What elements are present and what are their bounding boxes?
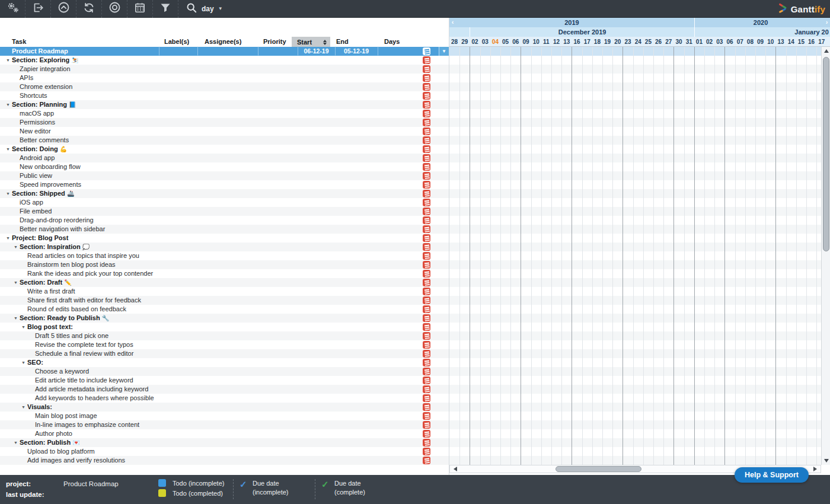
scroll-right-button[interactable]: [811, 465, 819, 473]
todoist-icon[interactable]: [423, 279, 430, 286]
task-row[interactable]: Write a first draft: [0, 287, 449, 296]
todoist-icon[interactable]: [423, 430, 430, 438]
todoist-icon[interactable]: [423, 190, 430, 197]
todoist-icon[interactable]: [423, 92, 430, 100]
todoist-icon[interactable]: [423, 288, 430, 295]
task-row[interactable]: ▼Section: Draft ✏️: [0, 278, 449, 287]
collapse-chevron-icon[interactable]: ▼: [6, 189, 10, 198]
row-dropdown[interactable]: ▼: [439, 47, 449, 56]
settings-gears-button[interactable]: [0, 0, 25, 18]
collapse-chevron-icon[interactable]: ▼: [14, 438, 18, 447]
task-row[interactable]: ▼Section: Doing 💪: [0, 145, 449, 154]
task-row[interactable]: ▼Section: Ready to Publish 🔧: [0, 314, 449, 323]
task-row[interactable]: Read articles on topics that inspire you: [0, 251, 449, 260]
todoist-icon[interactable]: [423, 341, 430, 349]
task-row[interactable]: File embed: [0, 207, 449, 216]
todoist-icon[interactable]: [423, 101, 430, 109]
collapse-chevron-icon[interactable]: ▼: [21, 323, 25, 331]
task-row[interactable]: New onboarding flow: [0, 162, 449, 171]
scroll-left-icon[interactable]: ‹: [449, 18, 456, 27]
help-support-button[interactable]: Help & Support: [735, 467, 809, 483]
task-row[interactable]: Draft 5 titles and pick one: [0, 331, 449, 340]
todoist-icon[interactable]: [423, 225, 430, 233]
sort-icon[interactable]: [323, 40, 327, 45]
todoist-icon[interactable]: [423, 412, 430, 420]
task-row[interactable]: ▼Section: Inspiration 💭: [0, 243, 449, 251]
task-row[interactable]: Product Roadmap06-12-1905-12-19▼: [0, 47, 449, 56]
collapse-chevron-icon[interactable]: ▼: [21, 403, 25, 412]
todoist-icon[interactable]: [423, 234, 430, 242]
task-row[interactable]: Main blog post image: [0, 412, 449, 420]
todoist-icon[interactable]: [423, 359, 430, 366]
scroll-left-button[interactable]: [451, 465, 459, 473]
todoist-icon[interactable]: [423, 208, 430, 215]
todoist-icon[interactable]: [423, 403, 430, 411]
task-row[interactable]: Better navigation with sidebar: [0, 225, 449, 234]
todoist-icon[interactable]: [423, 243, 430, 251]
vertical-scrollbar-thumb[interactable]: [823, 57, 829, 251]
todoist-icon[interactable]: [423, 270, 430, 277]
todoist-icon[interactable]: [423, 163, 430, 171]
todoist-icon[interactable]: [423, 127, 430, 135]
task-row[interactable]: Shortcuts: [0, 91, 449, 100]
todoist-icon[interactable]: [423, 65, 430, 73]
task-row[interactable]: Chrome extension: [0, 82, 449, 91]
task-row[interactable]: Author photo: [0, 429, 449, 438]
task-row[interactable]: Round of edits based on feedback: [0, 305, 449, 314]
refresh-button[interactable]: [76, 0, 102, 18]
task-row[interactable]: Edit article title to include keyword: [0, 376, 449, 385]
todoist-icon[interactable]: [423, 56, 430, 64]
scroll-down-button[interactable]: [822, 457, 830, 465]
todoist-icon[interactable]: [423, 136, 430, 144]
task-row[interactable]: Public view: [0, 171, 449, 180]
todoist-icon[interactable]: [423, 368, 430, 375]
task-row[interactable]: Drag-and-drop reordering: [0, 216, 449, 225]
task-row[interactable]: Schedule a final review with editor: [0, 349, 449, 358]
export-button[interactable]: [25, 0, 51, 18]
collapse-chevron-icon[interactable]: ▼: [14, 314, 18, 323]
task-row[interactable]: Upload to blog platform: [0, 447, 449, 456]
collapse-all-button[interactable]: [51, 0, 76, 18]
task-row[interactable]: Permissions: [0, 118, 449, 127]
task-row[interactable]: iOS app: [0, 198, 449, 207]
task-row[interactable]: APIs: [0, 74, 449, 82]
todoist-icon[interactable]: [423, 448, 430, 455]
task-row[interactable]: ▼Section: Planning 📘: [0, 100, 449, 109]
todoist-icon[interactable]: [423, 172, 430, 180]
todoist-icon[interactable]: [423, 439, 430, 446]
todoist-icon[interactable]: [423, 181, 430, 189]
collapse-chevron-icon[interactable]: ▼: [6, 234, 10, 243]
todoist-icon[interactable]: [423, 350, 430, 358]
task-row[interactable]: Zapier integration: [0, 65, 449, 74]
todoist-icon[interactable]: [423, 296, 430, 304]
task-row[interactable]: New editor: [0, 127, 449, 136]
task-row[interactable]: ▼SEO:: [0, 358, 449, 367]
scroll-right-icon[interactable]: ›: [823, 18, 830, 27]
task-row[interactable]: Speed improvements: [0, 180, 449, 189]
collapse-chevron-icon[interactable]: ▼: [14, 278, 18, 287]
todoist-icon[interactable]: [423, 457, 430, 464]
todoist-icon[interactable]: [423, 47, 430, 55]
horizontal-scrollbar-thumb[interactable]: [556, 466, 641, 472]
collapse-chevron-icon[interactable]: ▼: [21, 358, 25, 367]
todoist-icon[interactable]: [423, 145, 430, 153]
task-row[interactable]: macOS app: [0, 109, 449, 118]
collapse-chevron-icon[interactable]: ▼: [6, 56, 10, 65]
task-row[interactable]: Add images and verify resolutions: [0, 456, 449, 465]
task-row[interactable]: Rank the ideas and pick your top contend…: [0, 269, 449, 278]
task-row[interactable]: Revise the complete text for typos: [0, 340, 449, 349]
todoist-icon[interactable]: [423, 119, 430, 126]
todoist-icon[interactable]: [423, 394, 430, 402]
task-row[interactable]: Share first draft with editor for feedba…: [0, 296, 449, 305]
task-row[interactable]: Add keywords to headers where possible: [0, 394, 449, 403]
todoist-icon[interactable]: [423, 199, 430, 206]
todoist-icon[interactable]: [423, 74, 430, 82]
filter-button[interactable]: [153, 0, 178, 18]
task-row[interactable]: Better comments: [0, 136, 449, 145]
column-header-start[interactable]: Start: [292, 37, 330, 47]
todoist-icon[interactable]: [423, 314, 430, 322]
todoist-icon[interactable]: [423, 385, 430, 393]
task-row[interactable]: ▼Blog post text:: [0, 323, 449, 331]
todoist-icon[interactable]: [423, 377, 430, 384]
todoist-icon[interactable]: [423, 332, 430, 340]
